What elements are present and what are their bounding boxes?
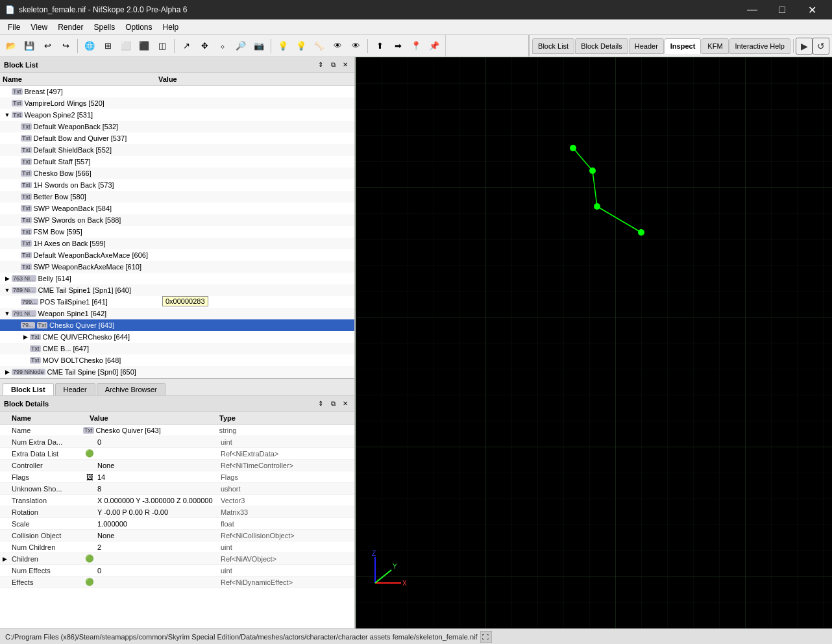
menu-file[interactable]: File — [3, 21, 25, 33]
menu-view[interactable]: View — [25, 21, 53, 33]
detail-row[interactable]: Flags🖼14Flags — [0, 471, 354, 483]
tree-row[interactable]: TxtDefault WeaponBackAxeMace [606] — [0, 249, 354, 261]
skeleton-node-4[interactable] — [638, 229, 644, 236]
tree-row[interactable]: ▶799 NiNodeCME Tail Spine [Spn0] [650] — [0, 366, 354, 378]
nav-tab-interactive-help[interactable]: Interactive Help — [729, 38, 790, 54]
detail-row[interactable]: Extra Data List🟢Ref<NiExtraData> — [0, 448, 354, 460]
tb-render-dark[interactable]: ⬛ — [136, 38, 153, 55]
tb-undo[interactable]: ↩ — [39, 38, 56, 55]
tree-row[interactable]: ▶763 Ni...Belly [614] — [0, 273, 354, 284]
tree-expand-icon[interactable]: ▶ — [3, 369, 12, 375]
tree-row[interactable]: TxtBetter Bow [580] — [0, 191, 354, 203]
block-tree[interactable]: TxtBreast [497]TxtVampireLord Wings [520… — [0, 86, 354, 378]
tree-row[interactable]: 799...POS TailSpine1 [641] — [0, 296, 354, 308]
panel-tab-blocklist[interactable]: Block List — [3, 383, 54, 395]
section-float-btn[interactable]: ⧉ — [328, 60, 338, 70]
tree-expand-icon[interactable]: ▼ — [3, 112, 12, 118]
maximize-button[interactable]: □ — [767, 0, 797, 19]
tree-row[interactable]: TxtSWP WeaponBack [584] — [0, 203, 354, 214]
tb-save[interactable]: 💾 — [21, 38, 38, 55]
nav-tab-inspect[interactable]: Inspect — [665, 38, 702, 54]
tree-row[interactable]: ▼789 Ni...CME Tail Spine1 [Spn1] [640] — [0, 284, 354, 296]
tb-select[interactable]: ⬦ — [214, 38, 231, 55]
tree-expand-icon[interactable]: ▶ — [21, 334, 30, 340]
tree-row[interactable]: TxtSWP Swords on Back [588] — [0, 214, 354, 226]
panel-tab-header[interactable]: Header — [55, 383, 95, 395]
tb-right-arrow[interactable]: ➡ — [389, 38, 406, 55]
tb-screenshot[interactable]: 📷 — [251, 38, 267, 55]
tree-row[interactable]: TxtFSM Bow [595] — [0, 226, 354, 238]
tree-row[interactable]: ▼TxtWeapon Spine2 [531] — [0, 109, 354, 121]
status-icon[interactable]: ⛶ — [480, 631, 492, 643]
play-button[interactable]: ▶ — [796, 38, 813, 55]
nav-tab-blocklist[interactable]: Block List — [532, 38, 574, 54]
tb-skeleton[interactable]: 🦴 — [311, 38, 328, 55]
tree-expand-icon[interactable]: ▶ — [3, 275, 12, 282]
detail-row[interactable]: Num Extra Da...0uint — [0, 436, 354, 448]
tree-expand-icon[interactable]: ▼ — [3, 287, 12, 293]
tree-row[interactable]: Txt1H Axes on Back [599] — [0, 238, 354, 249]
skeleton-node-3[interactable] — [594, 203, 600, 210]
tb-zoom[interactable]: 🔎 — [232, 38, 249, 55]
tb-up-arrow[interactable]: ⬆ — [371, 38, 388, 55]
details-close-btn[interactable]: ✕ — [340, 399, 350, 409]
detail-row[interactable]: NameTxtChesko Quiver [643]string — [0, 425, 354, 436]
tb-render-solid[interactable]: ⬜ — [117, 38, 134, 55]
section-expand-btn[interactable]: ⇕ — [315, 60, 326, 70]
tb-open[interactable]: 📂 — [3, 38, 19, 55]
nav-tab-blockdetails[interactable]: Block Details — [575, 38, 628, 54]
detail-expand-icon[interactable]: ▶ — [3, 556, 12, 562]
tree-row[interactable]: TxtChesko Bow [566] — [0, 167, 354, 179]
minimize-button[interactable]: — — [737, 0, 767, 19]
panel-tab-archive-browser[interactable]: Archive Browser — [97, 383, 165, 395]
tb-redo[interactable]: ↪ — [57, 38, 74, 55]
detail-row[interactable]: Unknown Sho...8ushort — [0, 483, 354, 495]
section-close-btn[interactable]: ✕ — [340, 60, 350, 70]
tree-row[interactable]: TxtDefault ShieldBack [552] — [0, 144, 354, 156]
tree-row[interactable]: Txt1H Swords on Back [573] — [0, 179, 354, 191]
tree-row[interactable]: TxtDefault Staff [557] — [0, 156, 354, 167]
tree-row[interactable]: TxtDefault WeaponBack [532] — [0, 121, 354, 132]
tree-row[interactable]: TxtVampireLord Wings [520] — [0, 97, 354, 109]
detail-row[interactable]: Scale1.000000float — [0, 518, 354, 530]
refresh-button[interactable]: ↺ — [813, 38, 829, 55]
tb-move[interactable]: ✥ — [196, 38, 213, 55]
details-expand-btn[interactable]: ⇕ — [315, 399, 326, 409]
tb-pin[interactable]: 📍 — [408, 38, 424, 55]
tree-row[interactable]: TxtBreast [497] — [0, 86, 354, 97]
tb-eye2[interactable]: 👁 — [347, 38, 364, 55]
detail-row[interactable]: Collision ObjectNoneRef<NiCollisionObjec… — [0, 530, 354, 541]
tb-pin2[interactable]: 📌 — [426, 38, 443, 55]
tree-row[interactable]: ▼791 Ni...Weapon Spine1 [642] — [0, 308, 354, 319]
menu-render[interactable]: Render — [53, 21, 88, 33]
tree-row[interactable]: TxtSWP WeaponBackAxeMace [610] — [0, 261, 354, 273]
nav-tab-header[interactable]: Header — [629, 38, 664, 54]
tb-light1[interactable]: 💡 — [275, 38, 291, 55]
tb-eye1[interactable]: 👁 — [329, 38, 346, 55]
tree-expand-icon[interactable]: ▼ — [3, 310, 12, 317]
detail-row[interactable]: Effects🟢Ref<NiDynamicEffect> — [0, 576, 354, 588]
menu-spells[interactable]: Spells — [89, 21, 121, 33]
tb-render-split[interactable]: ◫ — [154, 38, 171, 55]
menu-help[interactable]: Help — [158, 21, 184, 33]
tb-cursor[interactable]: ↗ — [178, 38, 195, 55]
skeleton-node-1[interactable] — [570, 145, 576, 151]
close-button[interactable]: ✕ — [797, 0, 827, 19]
tb-light2[interactable]: 💡 — [293, 38, 310, 55]
tree-row[interactable]: 79...TxtChesko Quiver [643] — [0, 319, 354, 331]
detail-rows[interactable]: NameTxtChesko Quiver [643]stringNum Extr… — [0, 425, 354, 628]
tb-render-globe[interactable]: 🌐 — [81, 38, 98, 55]
detail-row[interactable]: ControllerNoneRef<NiTimeController> — [0, 460, 354, 471]
detail-row[interactable]: Num Children2uint — [0, 541, 354, 553]
tree-row[interactable]: ▶TxtCME QUIVERChesko [644] — [0, 331, 354, 343]
tree-row[interactable]: TxtMOV BOLTChesko [648] — [0, 354, 354, 366]
nav-tab-kfm[interactable]: KFM — [702, 38, 728, 54]
menu-options[interactable]: Options — [120, 21, 157, 33]
details-float-btn[interactable]: ⧉ — [328, 399, 338, 409]
detail-row[interactable]: TranslationX 0.000000 Y -3.000000 Z 0.00… — [0, 495, 354, 506]
right-panel[interactable]: X Z Y — [356, 57, 832, 628]
tb-render-grid[interactable]: ⊞ — [99, 38, 116, 55]
detail-row[interactable]: ▶Children🟢Ref<NiAVObject> — [0, 553, 354, 565]
skeleton-node-2[interactable] — [589, 167, 596, 174]
tree-row[interactable]: TxtDefault Bow and Quiver [537] — [0, 132, 354, 144]
